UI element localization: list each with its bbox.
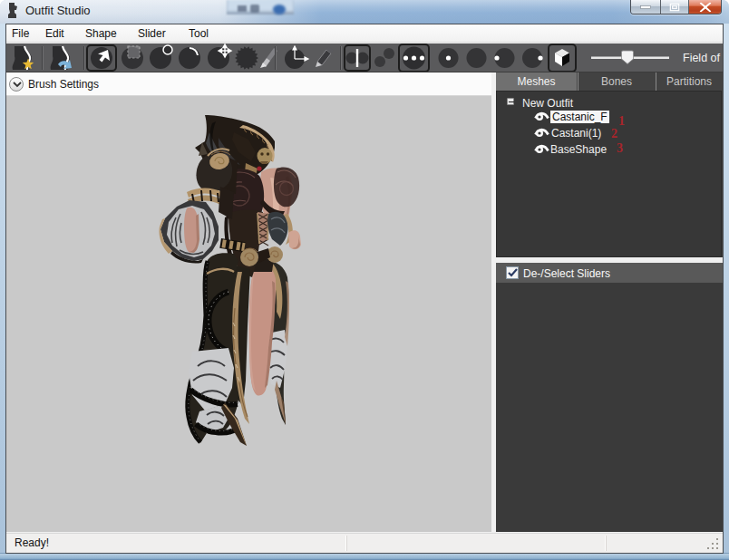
svg-text:Field of V: Field of V [683, 52, 723, 64]
